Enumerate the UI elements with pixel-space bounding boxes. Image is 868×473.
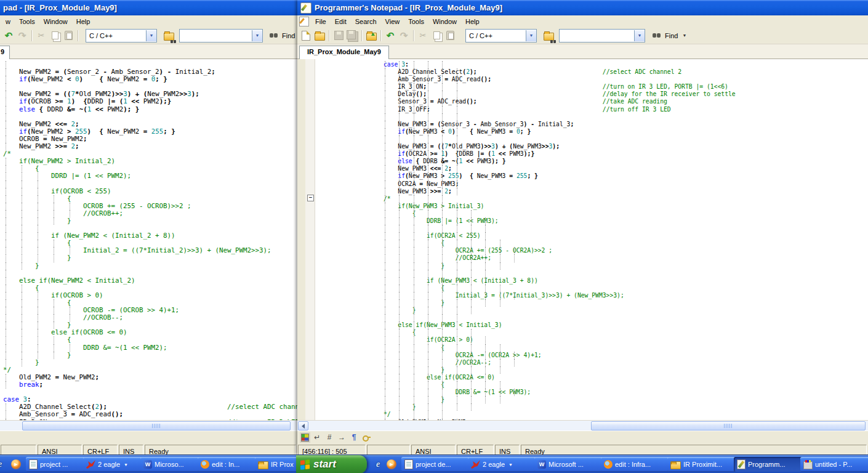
binoculars-icon[interactable] xyxy=(650,30,662,42)
right-editor[interactable]: – case 3: A2D_Channel_Select(2); //selec… xyxy=(297,59,868,420)
menu-view[interactable]: View xyxy=(381,17,404,26)
line-endings-icon[interactable]: ¶ xyxy=(350,433,358,442)
left-editor[interactable]: New_PWM2 = (Sensor_2 - Amb_Sensor_2) - I… xyxy=(0,59,297,420)
taskbar-button-label: untitled - P... xyxy=(815,461,852,468)
left-hscroll-thumb[interactable] xyxy=(22,421,291,431)
toolbar-separator xyxy=(361,30,362,41)
code-line: } xyxy=(384,307,868,314)
left-code-area[interactable]: New_PWM2 = (Sensor_2 - Amb_Sensor_2) - I… xyxy=(0,59,297,420)
word-app-icon: W xyxy=(537,460,546,469)
menu-tools[interactable]: Tools xyxy=(404,17,428,26)
search-combo[interactable]: ▼ xyxy=(179,29,263,42)
left-titlebar[interactable]: pad - [IR_Prox_Module_May9] xyxy=(0,0,297,15)
code-line: if(New_PWM2 > Initial_2) xyxy=(3,158,297,165)
menu-window[interactable]: Window xyxy=(39,17,72,26)
menu-w[interactable]: w xyxy=(1,17,15,26)
copy-icon[interactable] xyxy=(49,30,61,42)
firefox-icon xyxy=(604,460,613,469)
document-icon[interactable] xyxy=(299,17,309,26)
menu-edit[interactable]: Edit xyxy=(331,17,351,26)
protect-key-icon[interactable] xyxy=(362,433,371,442)
code-line: } xyxy=(384,299,868,307)
save-all-icon[interactable] xyxy=(346,30,358,42)
cut-icon[interactable]: ✂ xyxy=(417,30,429,42)
menu-search[interactable]: Search xyxy=(351,17,381,26)
quick-launch-ie-icon[interactable]: e xyxy=(373,459,383,469)
menu-help[interactable]: Help xyxy=(72,17,95,26)
fold-margin[interactable] xyxy=(305,59,315,420)
menu-file[interactable]: File xyxy=(311,17,331,26)
right-hscroll-thumb[interactable] xyxy=(591,421,866,431)
code-line: break; xyxy=(3,381,297,389)
binoculars-icon[interactable] xyxy=(267,30,279,42)
code-line: Initial_3 = ((7*Initial_3)>>3) + (New_PW… xyxy=(384,292,868,299)
menu-window[interactable]: Window xyxy=(428,17,461,26)
scroll-left-icon[interactable] xyxy=(298,421,308,431)
document-tab-fragment[interactable]: 9 xyxy=(0,46,10,60)
cut-icon[interactable]: ✂ xyxy=(35,30,47,42)
quick-launch-ie-icon[interactable]: e xyxy=(0,459,5,469)
right-code-area[interactable]: case 3: A2D_Channel_Select(2); //select … xyxy=(315,59,868,420)
paste-icon[interactable] xyxy=(62,30,74,42)
code-line: { xyxy=(384,210,868,217)
chevron-down-icon[interactable]: ▼ xyxy=(508,463,513,467)
redo-icon[interactable]: ↷ xyxy=(398,30,410,42)
word-wrap-icon[interactable]: ↵ xyxy=(313,433,321,442)
taskbar-button-2-eagle[interactable]: 2 eagle▼ xyxy=(468,457,539,472)
quick-launch-mplayer-icon[interactable]: ▶ xyxy=(387,459,396,469)
taskbar-button-label: project ... xyxy=(40,461,68,468)
eagle-icon xyxy=(86,460,95,469)
taskbar-button-ir-proximit[interactable]: IR Proximit... xyxy=(667,457,738,472)
redo-icon[interactable]: ↷ xyxy=(16,30,28,42)
taskbar-button-2-eagle[interactable]: 2 eagle▼ xyxy=(83,457,144,472)
taskbar-button-programm[interactable]: Programm... xyxy=(734,457,805,472)
menu-help[interactable]: Help xyxy=(461,17,484,26)
taskbar-button-label: Programm... xyxy=(748,461,786,468)
taskbar-button-untitled-p[interactable]: untitled - P... xyxy=(800,457,868,472)
left-hscrollbar[interactable] xyxy=(0,420,297,431)
find-button[interactable]: Find xyxy=(665,32,678,39)
taskbar-button-microso[interactable]: WMicroso... xyxy=(140,457,201,472)
chevron-down-icon[interactable]: ▼ xyxy=(124,463,128,467)
taskbar-button-project-de[interactable]: project de... xyxy=(401,457,472,472)
code-line: else if(New_PWM2 < Initial_2) xyxy=(3,277,297,285)
chevron-down-icon[interactable]: ▼ xyxy=(146,30,156,41)
undo-icon[interactable]: ↶ xyxy=(384,30,396,42)
new-file-icon[interactable] xyxy=(300,30,312,42)
whitespace-icon[interactable]: → xyxy=(337,433,346,442)
save-icon[interactable] xyxy=(332,30,345,42)
open-file-icon[interactable] xyxy=(313,30,326,42)
folder-icon xyxy=(670,461,681,469)
find-in-files-icon[interactable] xyxy=(163,30,175,42)
document-tab[interactable]: IR_Prox_Module_May9 xyxy=(299,46,389,60)
code-line xyxy=(3,389,297,396)
scheme-grid-icon[interactable] xyxy=(300,433,309,442)
code-line: } xyxy=(3,262,297,270)
fold-collapse-icon[interactable]: – xyxy=(307,195,314,201)
taskbar-button-edit-in[interactable]: edit : In... xyxy=(198,457,259,472)
taskbar-button-edit-infra[interactable]: edit : Infra... xyxy=(601,457,672,472)
search-combo[interactable]: ▼ xyxy=(559,29,645,42)
find-dropdown-icon[interactable]: ▼ xyxy=(682,33,686,38)
undo-icon[interactable]: ↶ xyxy=(2,30,15,42)
find-in-files-icon[interactable] xyxy=(542,30,555,42)
taskbar-button-project[interactable]: project ... xyxy=(26,457,87,472)
taskbar-button-microsoft[interactable]: WMicrosoft ... xyxy=(534,457,605,472)
line-numbers-icon[interactable]: # xyxy=(325,433,334,442)
paste-icon[interactable] xyxy=(444,30,456,42)
language-combo[interactable]: C / C++ ▼ xyxy=(465,29,537,42)
quick-launch-mplayer-icon[interactable]: ▶ xyxy=(11,459,21,469)
chevron-down-icon[interactable]: ▼ xyxy=(634,30,645,41)
right-titlebar[interactable]: Programmer's Notepad - [IR_Prox_Module_M… xyxy=(297,0,868,15)
chevron-down-icon[interactable]: ▼ xyxy=(526,30,536,41)
code-line: */ xyxy=(384,411,868,418)
right-statusbar: [456:116] : 505 ANSI CR+LF INS Ready xyxy=(297,443,868,455)
right-hscrollbar[interactable] xyxy=(297,420,868,431)
menu-tools[interactable]: Tools xyxy=(15,17,39,26)
copy-icon[interactable] xyxy=(430,30,443,42)
close-file-icon[interactable] xyxy=(365,30,377,42)
chevron-down-icon[interactable]: ▼ xyxy=(252,30,262,41)
start-button[interactable]: start xyxy=(296,455,367,473)
language-combo[interactable]: C / C++ ▼ xyxy=(86,29,157,42)
find-button[interactable]: Find xyxy=(282,32,295,39)
